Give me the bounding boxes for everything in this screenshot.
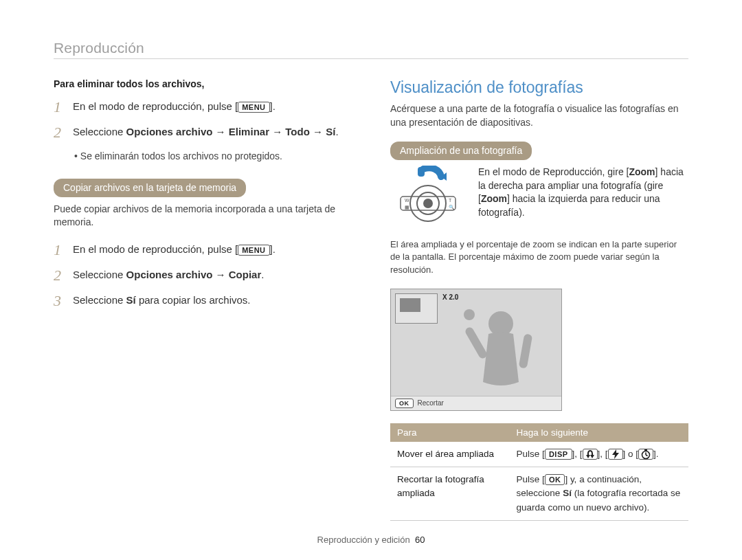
svg-text:🔍: 🔍 bbox=[449, 204, 455, 210]
crop-label: Recortar bbox=[418, 399, 444, 407]
text: Seleccione bbox=[73, 269, 126, 280]
text: ], [ bbox=[598, 449, 608, 459]
menu-button-icon: MENU bbox=[238, 245, 269, 256]
right-title: Visualización de fotografías bbox=[390, 78, 688, 97]
menu-button-icon: MENU bbox=[238, 102, 269, 113]
text: Seleccione bbox=[73, 294, 126, 306]
step-number: 3 bbox=[54, 293, 66, 309]
action-name: Recortar la fotografía ampliada bbox=[390, 467, 510, 521]
text: En el modo de Reproducción, gire [ bbox=[478, 166, 629, 177]
svg-point-13 bbox=[464, 309, 475, 320]
text: . bbox=[261, 269, 264, 280]
zoom-instruction: En el modo de Reproducción, gire [Zoom] … bbox=[478, 166, 688, 227]
step-number: 2 bbox=[54, 124, 66, 140]
copy-step-1: 1 En el modo de reproducción, pulse [MEN… bbox=[54, 242, 352, 258]
copy-section-desc: Puede copiar archivos de la memoria inco… bbox=[54, 203, 352, 229]
text: ], [ bbox=[572, 449, 583, 459]
right-intro: Acérquese a una parte de la fotografía o… bbox=[390, 102, 688, 129]
zoom-preview-box: X 2.0 OK Recortar bbox=[390, 289, 562, 411]
preview-main: X 2.0 bbox=[391, 289, 561, 396]
copy-step-2: 2 Seleccione Opciones archivo → Copiar. bbox=[54, 267, 352, 283]
svg-rect-11 bbox=[464, 326, 488, 359]
zoom-row: W T ▦ 🔍 En el modo de Reproducción, gire… bbox=[390, 166, 688, 227]
actions-table: Para Haga lo siguiente Mover el área amp… bbox=[390, 423, 688, 521]
bold: Zoom bbox=[481, 193, 507, 204]
text: En el modo de reproducción, pulse [ bbox=[73, 100, 238, 112]
step-text: Seleccione Opciones archivo → Copiar. bbox=[73, 267, 352, 283]
bold: Opciones archivo bbox=[126, 269, 213, 280]
thumbnail-highlight bbox=[400, 298, 420, 312]
text: Pulse [ bbox=[517, 449, 545, 459]
action-howto: Pulse [DISP], [], [] o []. bbox=[510, 442, 688, 467]
bold: Copiar bbox=[229, 269, 262, 280]
copy-section-pill: Copiar archivos en la tarjeta de memoria bbox=[54, 179, 246, 197]
right-column: Visualización de fotografías Acérquese a… bbox=[390, 78, 688, 521]
timer-icon bbox=[638, 449, 653, 460]
step-text: En el modo de reproducción, pulse [MENU]… bbox=[73, 99, 352, 115]
page-number: 60 bbox=[415, 535, 425, 545]
silhouette-figure bbox=[453, 300, 549, 396]
arrow: → bbox=[310, 126, 326, 137]
table-header-row: Para Haga lo siguiente bbox=[390, 423, 688, 442]
arrow: → bbox=[269, 126, 285, 137]
page-header: Reproducción bbox=[54, 40, 688, 56]
text: En el modo de reproducción, pulse [ bbox=[73, 243, 238, 255]
preview-footer: OK Recortar bbox=[391, 396, 561, 410]
table-row: Mover el área ampliada Pulse [DISP], [],… bbox=[390, 442, 688, 467]
svg-text:▦: ▦ bbox=[405, 205, 409, 210]
copy-step-3: 3 Seleccione Sí para copiar los archivos… bbox=[54, 293, 352, 309]
action-howto: Pulse [OK] y, a continuación, seleccione… bbox=[510, 467, 688, 521]
text: Pulse [ bbox=[517, 474, 545, 484]
action-name: Mover el área ampliada bbox=[390, 442, 510, 467]
delete-step-1: 1 En el modo de reproducción, pulse [MEN… bbox=[54, 99, 352, 115]
step-text: Seleccione Opciones archivo → Eliminar →… bbox=[73, 124, 352, 140]
text: Seleccione bbox=[73, 126, 126, 137]
text: ] o [ bbox=[623, 449, 639, 459]
delete-all-heading: Para eliminar todos los archivos, bbox=[54, 78, 352, 89]
svg-point-2 bbox=[424, 199, 432, 208]
disp-button-icon: DISP bbox=[545, 449, 572, 460]
text: . bbox=[335, 126, 338, 137]
left-column: Para eliminar todos los archivos, 1 En e… bbox=[54, 78, 352, 521]
svg-rect-9 bbox=[418, 167, 425, 177]
content-columns: Para eliminar todos los archivos, 1 En e… bbox=[54, 78, 688, 521]
bold: Sí bbox=[326, 126, 335, 137]
step-number: 2 bbox=[54, 267, 66, 283]
enlarge-section-pill: Ampliación de una fotografía bbox=[390, 142, 532, 160]
svg-text:W: W bbox=[405, 198, 409, 203]
step-text: En el modo de reproducción, pulse [MENU]… bbox=[73, 242, 352, 258]
table-header: Para bbox=[390, 423, 510, 442]
header-rule bbox=[54, 58, 688, 59]
svg-line-17 bbox=[646, 455, 648, 456]
ok-button-icon: OK bbox=[545, 474, 565, 485]
step-number: 1 bbox=[54, 99, 66, 115]
svg-marker-14 bbox=[612, 449, 619, 459]
bold: Sí bbox=[563, 488, 572, 498]
arrow: → bbox=[212, 269, 228, 280]
bold: Todo bbox=[285, 126, 310, 137]
flash-icon bbox=[608, 449, 623, 460]
ok-button-icon: OK bbox=[395, 399, 414, 408]
bold: Eliminar bbox=[229, 126, 269, 137]
delete-step-2: 2 Seleccione Opciones archivo → Eliminar… bbox=[54, 124, 352, 140]
step-number: 1 bbox=[54, 242, 66, 258]
page-footer: Reproducción y edición 60 bbox=[0, 535, 742, 545]
svg-text:T: T bbox=[449, 198, 452, 203]
bold: Zoom bbox=[629, 166, 655, 177]
svg-rect-18 bbox=[644, 449, 647, 451]
bold: Opciones archivo bbox=[126, 126, 213, 137]
preview-thumbnail bbox=[395, 293, 438, 324]
macro-down-icon bbox=[583, 449, 598, 460]
step-text: Seleccione Sí para copiar los archivos. bbox=[73, 293, 352, 309]
text: para copiar los archivos. bbox=[136, 294, 251, 306]
bold: Sí bbox=[126, 294, 136, 306]
delete-note-bullet: Se eliminarán todos los archivos no prot… bbox=[74, 150, 352, 164]
zoom-note: El área ampliada y el porcentaje de zoom… bbox=[390, 238, 688, 276]
text: ]. bbox=[270, 100, 276, 112]
text: ]. bbox=[653, 449, 659, 459]
zoom-dial-illustration: W T ▦ 🔍 bbox=[390, 166, 466, 227]
table-header: Haga lo siguiente bbox=[510, 423, 688, 442]
arrow: → bbox=[212, 126, 228, 137]
footer-section: Reproducción y edición bbox=[317, 535, 410, 545]
svg-rect-12 bbox=[519, 333, 533, 368]
